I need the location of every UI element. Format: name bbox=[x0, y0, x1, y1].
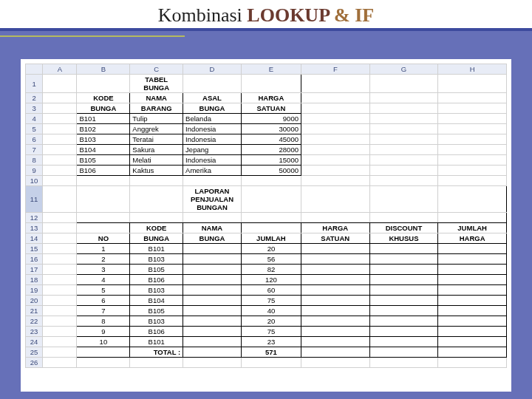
row-10: 10 bbox=[26, 176, 507, 186]
h-kode2[interactable]: BUNGA bbox=[77, 103, 130, 114]
col-A[interactable]: A bbox=[43, 64, 77, 75]
title-part1: Kombinasi bbox=[158, 4, 248, 26]
row-7: 7B104SakuraJepang28000 bbox=[26, 145, 507, 155]
col-D[interactable]: D bbox=[183, 64, 242, 75]
row-12: 12 bbox=[26, 213, 507, 223]
h-nama1[interactable]: NAMA bbox=[130, 93, 183, 103]
row-8: 8B105MelatiIndonesia15000 bbox=[26, 155, 507, 166]
row-13: 13KODENAMAHARGADISCOUNTJUMLAH bbox=[26, 223, 507, 233]
title-part3: & IF bbox=[334, 4, 374, 26]
row-26: 26 bbox=[26, 358, 507, 368]
h-nama2[interactable]: BARANG bbox=[130, 103, 183, 114]
total-value[interactable]: 571 bbox=[241, 347, 301, 358]
h-harga2[interactable]: SATUAN bbox=[241, 103, 301, 114]
title-underline bbox=[0, 28, 532, 31]
rowhdr-1[interactable]: 1 bbox=[26, 75, 43, 93]
row-19: 195B10360 bbox=[26, 285, 507, 296]
col-E[interactable]: E bbox=[241, 64, 301, 75]
row-9: 9B106KaktusAmerika50000 bbox=[26, 166, 507, 176]
row-16: 162B10356 bbox=[26, 254, 507, 265]
row-25: 25TOTAL :571 bbox=[26, 347, 507, 358]
column-headers: A B C D E F G H bbox=[26, 64, 507, 75]
title-part2: LOOKUP bbox=[247, 4, 334, 26]
col-C[interactable]: C bbox=[130, 64, 183, 75]
row-6: 6B103TerataiIndonesia45000 bbox=[26, 134, 507, 145]
row-24: 2410B10123 bbox=[26, 337, 507, 347]
row-5: 5B102AnggrekIndonesia30000 bbox=[26, 124, 507, 134]
row-15: 151B10120 bbox=[26, 244, 507, 254]
row-3: 3BUNGABARANGBUNGASATUAN bbox=[26, 103, 507, 114]
total-label[interactable]: TOTAL : bbox=[130, 347, 183, 358]
h-harga1[interactable]: HARGA bbox=[241, 93, 301, 103]
col-H[interactable]: H bbox=[438, 64, 507, 75]
row-20: 206B10475 bbox=[26, 296, 507, 306]
title-bar: Kombinasi LOOKUP & IF bbox=[0, 0, 532, 28]
row-17: 173B10582 bbox=[26, 265, 507, 275]
cell-title1[interactable]: TABEL BUNGA bbox=[130, 75, 183, 93]
h-asal1[interactable]: ASAL bbox=[183, 93, 242, 103]
rowhdr-2[interactable]: 2 bbox=[26, 93, 43, 103]
row-11: 11LAPORAN PENJUALAN BUNGAN bbox=[26, 186, 507, 213]
row-18: 184B106120 bbox=[26, 275, 507, 285]
rowhdr-3[interactable]: 3 bbox=[26, 103, 43, 114]
col-B[interactable]: B bbox=[77, 64, 130, 75]
row-22: 228B10320 bbox=[26, 316, 507, 327]
accent-line bbox=[0, 35, 185, 37]
row-14: 14NOBUNGABUNGAJUMLAHSATUANKHUSUSHARGA bbox=[26, 233, 507, 244]
row-23: 239B10675 bbox=[26, 327, 507, 337]
col-F[interactable]: F bbox=[301, 64, 369, 75]
h-kode1[interactable]: KODE bbox=[77, 93, 130, 103]
spreadsheet-container: A B C D E F G H 1TABEL BUNGA 2KODENAMAAS… bbox=[21, 59, 511, 392]
spreadsheet: A B C D E F G H 1TABEL BUNGA 2KODENAMAAS… bbox=[25, 64, 507, 368]
row-2: 2KODENAMAASALHARGA bbox=[26, 93, 507, 103]
row-1: 1TABEL BUNGA bbox=[26, 75, 507, 93]
slide-title: Kombinasi LOOKUP & IF bbox=[0, 4, 532, 27]
row-4: 4B101TulipBelanda9000 bbox=[26, 114, 507, 124]
cell-title2[interactable]: LAPORAN PENJUALAN BUNGAN bbox=[183, 186, 242, 213]
col-G[interactable]: G bbox=[369, 64, 438, 75]
h-asal2[interactable]: BUNGA bbox=[183, 103, 242, 114]
row-21: 217B10540 bbox=[26, 306, 507, 316]
select-all-corner[interactable] bbox=[26, 64, 43, 75]
